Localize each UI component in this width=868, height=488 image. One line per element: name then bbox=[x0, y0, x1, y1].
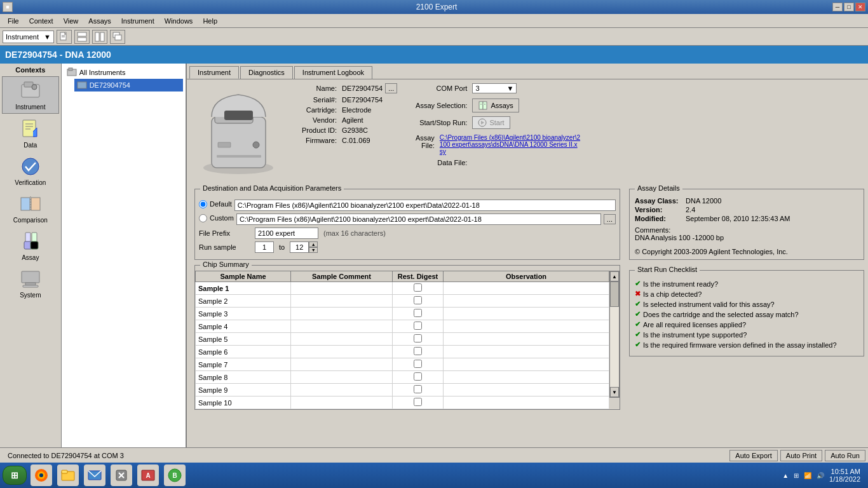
menu-windows[interactable]: Windows bbox=[159, 16, 198, 26]
chip-observation[interactable] bbox=[444, 396, 609, 409]
svg-rect-17 bbox=[21, 198, 30, 210]
chip-rest-digest[interactable] bbox=[393, 282, 444, 295]
auto-export[interactable]: Auto Export bbox=[729, 450, 777, 461]
default-path-input[interactable] bbox=[234, 200, 616, 211]
chip-rest-digest[interactable] bbox=[393, 333, 444, 346]
menu-view[interactable]: View bbox=[58, 16, 84, 26]
chip-rest-digest[interactable] bbox=[393, 346, 444, 358]
default-radio[interactable] bbox=[199, 200, 207, 208]
nav-instrument[interactable]: Instrument bbox=[2, 76, 59, 114]
menu-help[interactable]: Help bbox=[198, 16, 222, 26]
chip-observation[interactable] bbox=[444, 371, 609, 384]
data-file-label: Data File: bbox=[402, 159, 472, 166]
dropdown-arrow: ▼ bbox=[44, 33, 51, 41]
tab-diagnostics[interactable]: Diagnostics bbox=[240, 66, 293, 79]
custom-radio[interactable] bbox=[199, 214, 207, 222]
chip-observation[interactable] bbox=[444, 346, 609, 358]
chip-sample-comment[interactable] bbox=[291, 384, 393, 396]
tree-all-instruments[interactable]: All Instruments bbox=[64, 66, 183, 79]
minimize-button[interactable]: ─ bbox=[832, 3, 843, 11]
menu-assays[interactable]: Assays bbox=[83, 16, 116, 26]
spinner-down[interactable]: ▼ bbox=[309, 247, 318, 253]
assay-file-link[interactable]: C:\Program Files (x86)\Agilent\2100 bioa… bbox=[440, 134, 581, 155]
tree-instrument-de72904754[interactable]: DE72904754 bbox=[74, 79, 183, 92]
taskbar-folder[interactable] bbox=[57, 464, 79, 486]
chip-observation[interactable] bbox=[444, 358, 609, 371]
chip-observation[interactable] bbox=[444, 320, 609, 333]
nav-verification-label: Verification bbox=[15, 179, 46, 186]
chip-sample-comment[interactable] bbox=[291, 333, 393, 346]
scroll-thumb[interactable] bbox=[610, 281, 619, 307]
menu-context[interactable]: Context bbox=[24, 16, 58, 26]
svg-point-45 bbox=[39, 473, 43, 477]
nav-system[interactable]: System bbox=[2, 265, 59, 301]
chip-observation[interactable] bbox=[444, 384, 609, 396]
new-button[interactable] bbox=[57, 30, 72, 44]
taskbar-app6[interactable]: B bbox=[164, 464, 186, 486]
tile-h-button[interactable] bbox=[74, 30, 90, 44]
nav-data[interactable]: Data bbox=[2, 115, 59, 151]
menu-file[interactable]: File bbox=[3, 16, 24, 26]
taskbar-firefox[interactable] bbox=[31, 464, 52, 486]
com-port-select[interactable]: 3 ▼ bbox=[472, 83, 517, 93]
chip-sample-name: Sample 2 bbox=[196, 295, 291, 308]
chip-sample-comment[interactable] bbox=[291, 320, 393, 333]
name-edit-button[interactable]: ... bbox=[385, 83, 397, 93]
cascade-button[interactable] bbox=[110, 30, 125, 44]
scroll-track bbox=[610, 281, 619, 387]
name-label: Name: bbox=[291, 85, 342, 92]
chip-table-row: Sample 4 bbox=[196, 320, 609, 333]
chip-sample-comment[interactable] bbox=[291, 308, 393, 320]
assay-modified-key: Modified: bbox=[635, 215, 686, 222]
svg-rect-3 bbox=[78, 32, 86, 36]
close-button[interactable]: ✕ bbox=[855, 3, 865, 11]
bottom-left: Destination and Data Acquisition Paramet… bbox=[191, 189, 624, 414]
taskbar-app5[interactable]: A bbox=[137, 464, 159, 486]
chip-sample-comment[interactable] bbox=[291, 358, 393, 371]
chip-sample-comment[interactable] bbox=[291, 295, 393, 308]
taskbar-tools[interactable] bbox=[111, 464, 132, 486]
chip-sample-comment[interactable] bbox=[291, 371, 393, 384]
chip-observation[interactable] bbox=[444, 295, 609, 308]
nav-comparison[interactable]: Comparison bbox=[2, 190, 59, 226]
chip-observation[interactable] bbox=[444, 282, 609, 295]
chip-sample-comment[interactable] bbox=[291, 282, 393, 295]
custom-path-input[interactable] bbox=[236, 214, 601, 225]
svg-rect-5 bbox=[95, 32, 99, 41]
taskbar-email[interactable] bbox=[84, 464, 105, 486]
chip-rest-digest[interactable] bbox=[393, 320, 444, 333]
chip-sample-comment[interactable] bbox=[291, 396, 393, 409]
maximize-button[interactable]: □ bbox=[844, 3, 854, 11]
chip-observation[interactable] bbox=[444, 333, 609, 346]
tab-instrument[interactable]: Instrument bbox=[189, 66, 239, 79]
tile-v-button[interactable] bbox=[92, 30, 107, 44]
chip-rest-digest[interactable] bbox=[393, 384, 444, 396]
tab-instrument-logbook[interactable]: Instrument Logbook bbox=[294, 66, 372, 79]
spinner-up[interactable]: ▲ bbox=[309, 241, 318, 247]
scroll-down-button[interactable]: ▼ bbox=[610, 387, 619, 397]
menu-instrument[interactable]: Instrument bbox=[116, 16, 159, 26]
auto-print[interactable]: Auto Print bbox=[780, 450, 822, 461]
chip-rest-digest[interactable] bbox=[393, 295, 444, 308]
run-sample-from[interactable] bbox=[255, 241, 274, 253]
chip-rest-digest[interactable] bbox=[393, 396, 444, 409]
assays-button[interactable]: Assays bbox=[472, 98, 519, 112]
auto-run[interactable]: Auto Run bbox=[825, 450, 865, 461]
scroll-up-button[interactable]: ▲ bbox=[610, 271, 619, 281]
nav-assay[interactable]: Assay bbox=[2, 227, 59, 264]
file-prefix-input[interactable] bbox=[255, 227, 318, 239]
context-dropdown[interactable]: Instrument ▼ bbox=[3, 30, 54, 43]
run-sample-to-input[interactable] bbox=[290, 241, 309, 253]
checklist-item: ✔Is the instrument ready? bbox=[635, 280, 858, 288]
start-button-task[interactable]: ⊞ bbox=[3, 466, 27, 485]
chip-scrollbar[interactable]: ▲ ▼ bbox=[609, 271, 620, 398]
nav-verification[interactable]: Verification bbox=[2, 152, 59, 189]
chip-rest-digest[interactable] bbox=[393, 308, 444, 320]
start-button[interactable]: Start bbox=[472, 116, 510, 129]
chip-rest-digest[interactable] bbox=[393, 371, 444, 384]
browse-button[interactable]: ... bbox=[604, 214, 616, 224]
chip-rest-digest[interactable] bbox=[393, 358, 444, 371]
chip-sample-comment[interactable] bbox=[291, 346, 393, 358]
chip-observation[interactable] bbox=[444, 308, 609, 320]
assay-class-val: DNA 12000 bbox=[686, 197, 721, 205]
